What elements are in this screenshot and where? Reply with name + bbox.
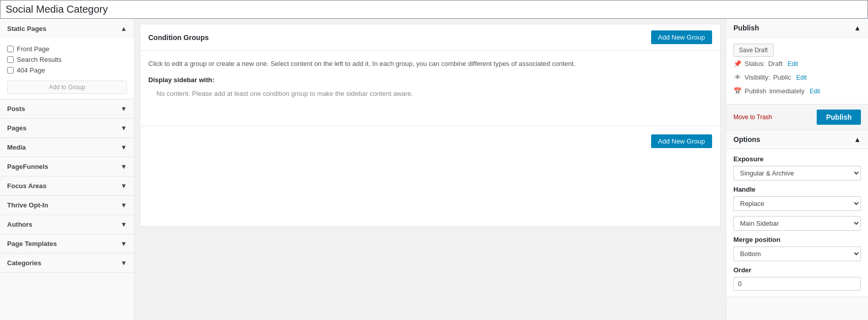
publish-time-edit-link[interactable]: Edit	[810, 88, 820, 95]
exposure-label: Exposure	[733, 155, 861, 163]
sidebar-nav-items: Posts Pages Media PageFunnels Focus Area…	[0, 99, 134, 273]
visibility-value: Public	[773, 74, 791, 81]
options-panel-title: Options	[733, 135, 760, 144]
pagefunnels-label: PageFunnels	[7, 163, 48, 170]
front-page-label: Front Page	[17, 45, 49, 53]
sidebar-item-pages[interactable]: Pages	[0, 119, 134, 138]
static-pages-section: Static Pages Front Page Search Results	[0, 19, 134, 99]
visibility-edit-link[interactable]: Edit	[796, 74, 807, 81]
thrive-opt-in-label: Thrive Opt-In	[7, 201, 48, 209]
static-pages-header[interactable]: Static Pages	[0, 19, 134, 39]
status-label: Status:	[745, 60, 765, 67]
media-label: Media	[7, 144, 26, 151]
sidebar-item-focus-areas[interactable]: Focus Areas	[0, 176, 134, 196]
pages-label: Pages	[7, 124, 26, 132]
merge-position-select[interactable]: Bottom Top	[733, 246, 861, 261]
title-bar	[0, 0, 868, 19]
options-panel-chevron-icon	[854, 135, 861, 144]
status-value: Draft	[768, 60, 782, 67]
move-to-trash-link[interactable]: Move to Trash	[733, 114, 772, 121]
focus-areas-chevron-icon	[120, 182, 127, 190]
sidebar-item-posts[interactable]: Posts	[0, 99, 134, 119]
authors-label: Authors	[7, 221, 33, 228]
condition-groups-panel: Condition Groups Add New Group Click to …	[140, 24, 721, 227]
publish-panel-header: Publish	[726, 19, 868, 38]
page-title-input[interactable]	[6, 4, 862, 15]
sidebar-item-page-templates[interactable]: Page Templates	[0, 234, 134, 254]
calendar-icon: 📅	[733, 87, 742, 95]
sidebar-item-categories[interactable]: Categories	[0, 254, 134, 273]
options-panel: Options Exposure Singular & Archive Sing…	[726, 130, 868, 297]
publish-panel: Publish Save Draft 📌 Status: Draft Edit …	[726, 19, 868, 130]
search-results-checkbox[interactable]	[7, 56, 14, 63]
thrive-opt-in-chevron-icon	[120, 201, 127, 209]
pages-chevron-icon	[120, 124, 127, 132]
404-page-checkbox[interactable]	[7, 67, 14, 74]
publish-panel-chevron-icon	[854, 24, 861, 32]
condition-groups-header: Condition Groups Add New Group	[140, 24, 720, 51]
sidebar-item-pagefunnels[interactable]: PageFunnels	[0, 157, 134, 176]
status-row: 📌 Status: Draft Edit	[733, 57, 861, 70]
page-templates-label: Page Templates	[7, 240, 57, 247]
condition-groups-title: Condition Groups	[148, 33, 209, 42]
sidebar-item-authors[interactable]: Authors	[0, 215, 134, 234]
categories-label: Categories	[7, 259, 41, 267]
handle-select[interactable]: Replace Add Before Add After	[733, 196, 861, 211]
visibility-label: Visibility:	[745, 74, 770, 81]
static-pages-content: Front Page Search Results 404 Page Add t…	[0, 39, 134, 99]
center-content: Condition Groups Add New Group Click to …	[135, 19, 726, 320]
exposure-select[interactable]: Singular & Archive Singular Archive	[733, 166, 861, 181]
merge-position-label: Merge position	[733, 236, 861, 243]
list-item: Front Page	[7, 44, 127, 54]
add-new-group-top-button[interactable]: Add New Group	[651, 30, 713, 44]
condition-groups-info: Click to edit a group or create a new on…	[140, 51, 720, 71]
save-draft-button[interactable]: Save Draft	[733, 44, 774, 57]
publish-time-value: immediately	[769, 87, 805, 95]
list-item: 404 Page	[7, 65, 127, 76]
sidebar-select[interactable]: Main Sidebar Secondary Sidebar	[733, 216, 861, 231]
static-pages-label: Static Pages	[7, 25, 46, 32]
posts-label: Posts	[7, 105, 25, 113]
list-item: Search Results	[7, 54, 127, 65]
status-edit-link[interactable]: Edit	[788, 60, 798, 67]
publish-button[interactable]: Publish	[817, 110, 861, 125]
order-input[interactable]	[733, 277, 861, 291]
publish-time-row: 📅 Publish immediately Edit	[733, 84, 861, 98]
visibility-row: 👁 Visibility: Public Edit	[733, 70, 861, 84]
options-section: Exposure Singular & Archive Singular Arc…	[726, 149, 868, 297]
page-templates-chevron-icon	[120, 240, 127, 247]
display-sidebar-label: Display sidebar with:	[140, 71, 720, 87]
authors-chevron-icon	[120, 221, 127, 228]
page-wrapper: Static Pages Front Page Search Results	[0, 0, 868, 320]
focus-areas-label: Focus Areas	[7, 182, 47, 190]
static-pages-list: Front Page Search Results 404 Page	[7, 44, 127, 76]
publish-panel-title: Publish	[733, 24, 759, 32]
sidebar-item-media[interactable]: Media	[0, 138, 134, 157]
order-label: Order	[733, 266, 861, 274]
pin-icon: 📌	[733, 60, 742, 67]
posts-chevron-icon	[120, 105, 127, 113]
search-results-label: Search Results	[17, 56, 61, 63]
condition-groups-footer: Add New Group	[140, 126, 720, 156]
pagefunnels-chevron-icon	[120, 163, 127, 170]
handle-label: Handle	[733, 186, 861, 193]
no-content-message: No content. Please add at least one cond…	[140, 87, 720, 105]
options-panel-header: Options	[726, 130, 868, 149]
publish-panel-content: Save Draft 📌 Status: Draft Edit 👁 Visibi…	[726, 38, 868, 104]
add-to-group-button[interactable]: Add to Group	[7, 81, 127, 94]
front-page-checkbox[interactable]	[7, 46, 14, 52]
media-chevron-icon	[120, 144, 127, 151]
main-layout: Static Pages Front Page Search Results	[0, 19, 868, 320]
publish-time-label: Publish	[745, 87, 766, 95]
categories-chevron-icon	[120, 259, 127, 267]
publish-footer: Move to Trash Publish	[726, 104, 868, 130]
404-page-label: 404 Page	[17, 66, 45, 74]
right-sidebar: Publish Save Draft 📌 Status: Draft Edit …	[726, 19, 868, 320]
add-new-group-bottom-button[interactable]: Add New Group	[651, 134, 713, 148]
sidebar-item-thrive-opt-in[interactable]: Thrive Opt-In	[0, 196, 134, 215]
static-pages-chevron-icon	[120, 25, 127, 32]
eye-icon: 👁	[733, 74, 742, 81]
left-sidebar: Static Pages Front Page Search Results	[0, 19, 135, 320]
